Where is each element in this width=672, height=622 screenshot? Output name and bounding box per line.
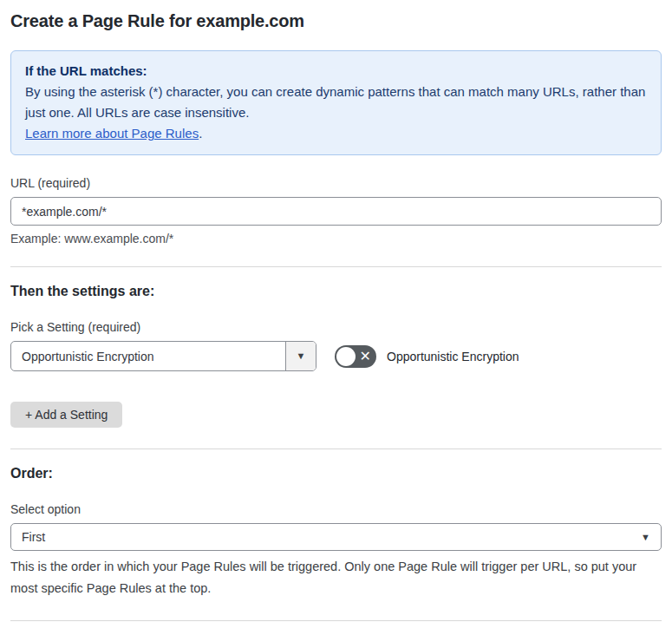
- opportunistic-encryption-toggle[interactable]: ✕: [335, 345, 376, 368]
- url-input[interactable]: [10, 197, 662, 226]
- page-title: Create a Page Rule for example.com: [10, 11, 662, 31]
- setting-row: Opportunistic Encryption ▼ ✕ Opportunist…: [10, 341, 662, 371]
- section-divider: [10, 448, 662, 449]
- order-select-value: First: [22, 530, 641, 544]
- section-divider: [10, 266, 662, 267]
- settings-section-heading: Then the settings are:: [10, 284, 662, 299]
- chevron-down-icon: ▼: [641, 533, 650, 542]
- add-setting-button[interactable]: + Add a Setting: [10, 402, 122, 428]
- info-box-heading: If the URL matches:: [25, 61, 647, 82]
- chevron-down-icon: ▼: [297, 351, 306, 361]
- page-rule-form: Create a Page Rule for example.com If th…: [0, 0, 672, 622]
- toggle-knob: [336, 347, 356, 366]
- order-select-label: Select option: [10, 502, 662, 516]
- setting-select-value: Opportunistic Encryption: [11, 342, 285, 370]
- footer-divider: [10, 620, 662, 621]
- pick-setting-label: Pick a Setting (required): [10, 320, 662, 334]
- link-period: .: [199, 126, 202, 141]
- url-example-text: Example: www.example.com/*: [10, 232, 662, 246]
- setting-select[interactable]: Opportunistic Encryption ▼: [10, 341, 316, 371]
- info-box-body: By using the asterisk (*) character, you…: [25, 82, 647, 123]
- toggle-off-x-icon: ✕: [360, 349, 371, 363]
- info-box-link-line: Learn more about Page Rules.: [25, 123, 647, 144]
- url-matches-info-box: If the URL matches: By using the asteris…: [10, 50, 662, 155]
- setting-toggle-wrap: ✕ Opportunistic Encryption: [335, 345, 519, 368]
- setting-select-arrow-button[interactable]: ▼: [285, 342, 316, 370]
- url-field-label: URL (required): [10, 176, 662, 190]
- order-help-text: This is the order in which your Page Rul…: [10, 556, 662, 599]
- order-select[interactable]: First ▼: [10, 523, 662, 551]
- order-section-heading: Order:: [10, 466, 662, 481]
- toggle-label: Opportunistic Encryption: [387, 350, 519, 363]
- learn-more-link[interactable]: Learn more about Page Rules: [25, 126, 199, 141]
